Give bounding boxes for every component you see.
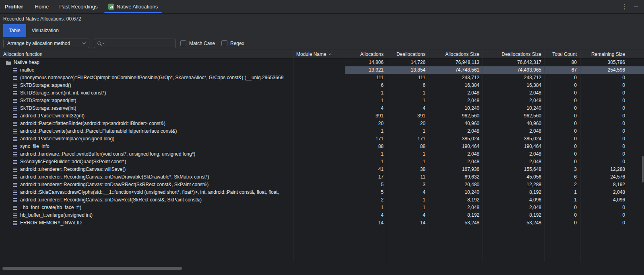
cell-allocations-size: 8,192 xyxy=(429,196,483,204)
table-row[interactable]: android::Parcel::write(android::Parcel::… xyxy=(0,127,644,135)
cell-allocation-function[interactable]: SkTDStorage::append(int) xyxy=(0,97,293,105)
table-row[interactable]: Native heap 14,806 14,726 76,948,113 76,… xyxy=(0,59,644,66)
table-row[interactable]: android::Parcel::writeInplace(unsigned l… xyxy=(0,135,644,143)
cell-allocation-function[interactable]: SkTDStorage::append() xyxy=(0,82,293,89)
method-icon xyxy=(12,197,18,203)
method-icon xyxy=(12,152,18,157)
cell-allocations: 171 xyxy=(345,135,387,143)
column-header-allocation-function[interactable]: Allocation function xyxy=(0,51,293,57)
cell-total-count: 0 xyxy=(545,204,580,211)
cell-allocation-function[interactable]: (anonymous namespace)::FillRectOpImpl::o… xyxy=(0,74,293,82)
table-row[interactable]: _hb_font_create(hb_face_t*) 1 1 2,048 2,… xyxy=(0,204,644,211)
column-header-module-name[interactable]: Module Name xyxy=(293,51,345,57)
cell-total-count: 0 xyxy=(545,89,580,97)
method-icon xyxy=(12,190,18,195)
column-header-allocations-size[interactable]: Allocations Size xyxy=(429,51,483,57)
cell-total-count: 0 xyxy=(545,112,580,120)
table-row[interactable]: SkTDStorage::append(int) 1 1 2,048 2,048… xyxy=(0,97,644,105)
cell-module-name xyxy=(293,211,345,219)
cell-allocations: 1 xyxy=(345,127,387,135)
tab-home[interactable]: Home xyxy=(30,0,54,13)
allocation-function-label: android::uirenderer::RecordingCanvas::on… xyxy=(20,173,209,181)
allocation-function-label: (anonymous namespace)::FillRectOpImpl::o… xyxy=(20,74,283,82)
cell-allocation-function[interactable]: android::uirenderer::RecordingCanvas::on… xyxy=(0,173,293,181)
table-row[interactable]: SkAnalyticEdgeBuilder::addQuad(SkPoint c… xyxy=(0,158,644,166)
tab-visualization[interactable]: Visualization xyxy=(26,24,64,37)
regex-checkbox[interactable]: Regex xyxy=(221,40,244,46)
table-row[interactable]: android::SkiaCanvas::drawGlyphs(std::__1… xyxy=(0,189,644,196)
column-header-total-count[interactable]: Total Count xyxy=(545,51,580,57)
cell-allocation-function[interactable]: SkTDStorage::insert(int, int, void const… xyxy=(0,89,293,97)
match-case-checkbox[interactable]: Match Case xyxy=(180,40,215,46)
method-icon xyxy=(12,83,18,88)
table-row[interactable]: sync_file_info 88 88 190,464 190,464 0 0 xyxy=(0,143,644,150)
table-row[interactable]: android::uirenderer::RecordingCanvas::on… xyxy=(0,196,644,204)
kebab-menu-icon[interactable]: ⋮ xyxy=(621,4,627,10)
cell-allocation-function[interactable]: android::Parcel::writeInt32(int) xyxy=(0,112,293,120)
tab-past-recordings[interactable]: Past Recordings xyxy=(54,0,103,13)
cell-total-count: 67 xyxy=(545,66,580,74)
cell-allocation-function[interactable]: _hb_font_create(hb_face_t*) xyxy=(0,204,293,211)
column-header-deallocations-size[interactable]: Deallocations Size xyxy=(483,51,545,57)
arrange-by-dropdown[interactable]: Arrange by allocation method xyxy=(3,39,89,48)
table-row[interactable]: android::Parcel::flattenBinder(android::… xyxy=(0,120,644,127)
table-row[interactable]: android::uirenderer::RecordingCanvas::on… xyxy=(0,173,644,181)
cell-total-count: 0 xyxy=(545,82,580,89)
cell-allocation-function[interactable]: android::uirenderer::RecordingCanvas::on… xyxy=(0,196,293,204)
match-case-label: Match Case xyxy=(189,41,215,46)
allocation-function-label: sync_file_info xyxy=(20,143,50,150)
cell-module-name xyxy=(293,173,345,181)
cell-allocation-function[interactable]: SkAnalyticEdgeBuilder::addQuad(SkPoint c… xyxy=(0,158,293,166)
cell-total-count: 0 xyxy=(545,143,580,150)
allocation-function-label: SkAnalyticEdgeBuilder::addQuad(SkPoint c… xyxy=(20,158,126,166)
column-header-allocations[interactable]: Allocations xyxy=(345,51,387,57)
cell-remaining-size: 0 xyxy=(580,127,644,135)
table-row[interactable]: SkTDStorage::reserve(int) 4 4 10,240 10,… xyxy=(0,105,644,112)
search-field[interactable] xyxy=(94,39,176,48)
table-row[interactable]: hb_buffer_t::enlarge(unsigned int) 4 4 8… xyxy=(0,211,644,219)
checkbox-icon[interactable] xyxy=(221,40,227,46)
cell-allocation-function[interactable]: SkTDStorage::reserve(int) xyxy=(0,105,293,112)
table-row[interactable]: android::Parcel::writeInt32(int) 391 391… xyxy=(0,112,644,120)
checkbox-icon[interactable] xyxy=(180,40,186,46)
table-row[interactable]: (anonymous namespace)::FillRectOpImpl::o… xyxy=(0,74,644,82)
table-row[interactable]: ERROR MEMORY_INVALID 14 14 53,248 53,248… xyxy=(0,219,644,227)
table-row[interactable]: SkTDStorage::append() 6 6 16,384 16,384 … xyxy=(0,82,644,89)
cell-allocation-function[interactable]: malloc xyxy=(0,66,293,74)
cell-allocation-function[interactable]: hb_buffer_t::enlarge(unsigned int) xyxy=(0,211,293,219)
cell-deallocations-size: 155,648 xyxy=(483,166,545,173)
cell-allocation-function[interactable]: android::Parcel::flattenBinder(android::… xyxy=(0,120,293,127)
cell-allocation-function[interactable]: android::Parcel::write(android::Parcel::… xyxy=(0,127,293,135)
cell-allocation-function[interactable]: Native heap xyxy=(0,59,293,66)
tab-native-allocations[interactable]: Native Allocations xyxy=(103,0,163,13)
column-header-remaining-size[interactable]: Remaining Size xyxy=(580,51,644,57)
column-header-deallocations[interactable]: Deallocations xyxy=(387,51,429,57)
cell-allocation-function[interactable]: android::uirenderer::RecordingCanvas::on… xyxy=(0,181,293,189)
horizontal-scrollbar[interactable] xyxy=(2,267,182,270)
search-history-chevron-icon[interactable] xyxy=(102,42,105,44)
table-row[interactable]: android::hardware::Parcel::writeBuffer(v… xyxy=(0,150,644,158)
sort-ascending-icon xyxy=(329,53,332,56)
cell-allocation-function[interactable]: ERROR MEMORY_INVALID xyxy=(0,219,293,227)
table-row[interactable]: android::uirenderer::RecordingCanvas::wi… xyxy=(0,166,644,173)
cell-remaining-size: 0 xyxy=(580,211,644,219)
cell-allocation-function[interactable]: sync_file_info xyxy=(0,143,293,150)
cell-allocations: 391 xyxy=(345,112,387,120)
table-row[interactable]: android::uirenderer::RecordingCanvas::on… xyxy=(0,181,644,189)
search-input[interactable] xyxy=(106,41,172,46)
cell-module-name xyxy=(293,135,345,143)
cell-allocations: 14,806 xyxy=(345,59,387,66)
cell-allocation-function[interactable]: android::SkiaCanvas::drawGlyphs(std::__1… xyxy=(0,189,293,196)
method-icon xyxy=(12,167,18,172)
cell-allocation-function[interactable]: android::uirenderer::RecordingCanvas::wi… xyxy=(0,166,293,173)
cell-allocation-function[interactable]: android::Parcel::writeInplace(unsigned l… xyxy=(0,135,293,143)
cell-allocations: 4 xyxy=(345,211,387,219)
hide-panel-icon[interactable] xyxy=(634,6,638,7)
vertical-scrollbar[interactable] xyxy=(642,156,644,183)
cell-allocations-size: 20,480 xyxy=(429,181,483,189)
tab-table[interactable]: Table xyxy=(3,24,26,37)
table-row[interactable]: malloc 13,921 13,854 74,748,561 74,493,9… xyxy=(0,66,644,74)
table-row[interactable]: SkTDStorage::insert(int, int, void const… xyxy=(0,89,644,97)
cell-allocation-function[interactable]: android::hardware::Parcel::writeBuffer(v… xyxy=(0,150,293,158)
cell-allocations: 88 xyxy=(345,143,387,150)
